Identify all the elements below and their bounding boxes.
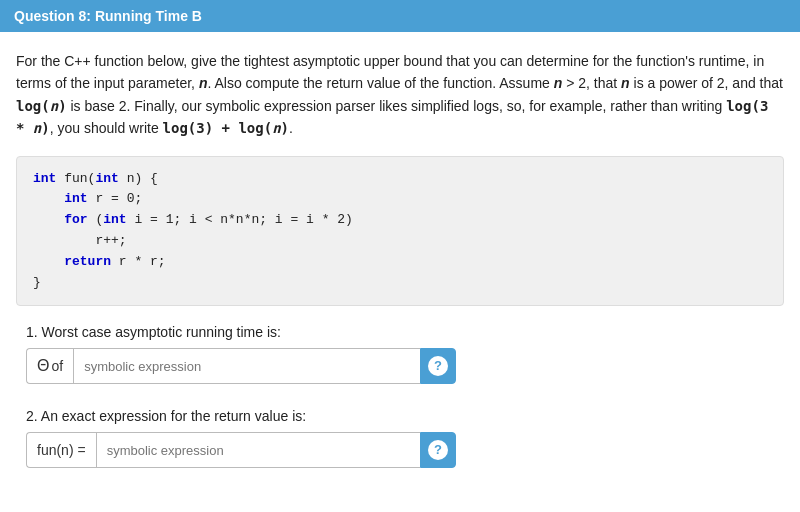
theta-prefix: Θ of	[26, 348, 73, 384]
main-content: For the C++ function below, give the tig…	[0, 32, 800, 508]
header-title: Question 8: Running Time B	[14, 8, 202, 24]
question-2-help-button[interactable]: ?	[420, 432, 456, 468]
of-label: of	[51, 358, 63, 374]
question-description: For the C++ function below, give the tig…	[16, 50, 784, 140]
questions-section: 1. Worst case asymptotic running time is…	[16, 324, 784, 468]
fun-label: fun(n) =	[37, 442, 86, 458]
question-1-input[interactable]	[73, 348, 420, 384]
help-icon-2: ?	[428, 440, 448, 460]
fun-prefix: fun(n) =	[26, 432, 96, 468]
code-block: int fun(int n) { int r = 0; for (int i =…	[16, 156, 784, 307]
question-2-label: 2. An exact expression for the return va…	[26, 408, 784, 424]
question-1: 1. Worst case asymptotic running time is…	[26, 324, 784, 384]
question-header: Question 8: Running Time B	[0, 0, 800, 32]
question-1-input-row: Θ of ?	[26, 348, 456, 384]
question-2-input-row: fun(n) = ?	[26, 432, 456, 468]
question-2: 2. An exact expression for the return va…	[26, 408, 784, 468]
question-2-input[interactable]	[96, 432, 420, 468]
theta-symbol: Θ	[37, 357, 49, 375]
help-icon: ?	[428, 356, 448, 376]
question-1-help-button[interactable]: ?	[420, 348, 456, 384]
question-1-label: 1. Worst case asymptotic running time is…	[26, 324, 784, 340]
